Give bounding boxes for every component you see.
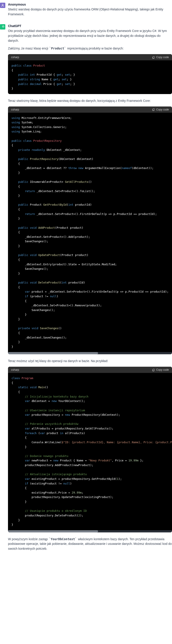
- code-content[interactable]: class Program { static void Main() { // …: [8, 373, 172, 530]
- gpt-icon: [1, 25, 5, 29]
- copy-code-button[interactable]: Copy code: [152, 56, 169, 59]
- user-message: Anonymous Stwórz warstwę dostępu do dany…: [0, 0, 172, 22]
- copy-code-button[interactable]: Copy code: [152, 108, 169, 111]
- code-header: csharp Copy code: [8, 106, 172, 113]
- code-header: csharp Copy code: [8, 54, 172, 60]
- inline-code: YourDbContext: [48, 537, 77, 541]
- assistant-para-1: Oto prosty przykład stworzenia warstwy d…: [8, 28, 172, 43]
- text: Załóżmy, że masz klasę encji: [8, 46, 49, 50]
- copy-label: Copy code: [156, 368, 169, 371]
- code-header: csharp Copy code: [8, 367, 172, 373]
- clipboard-icon: [152, 108, 155, 111]
- assistant-name: ChatGPT: [8, 24, 172, 28]
- assistant-para-3: Teraz stwórzmy klasę, która będzie warst…: [8, 98, 172, 104]
- assistant-avatar: [0, 24, 5, 30]
- code-block-1: csharp Copy code public class Product { …: [8, 54, 172, 94]
- code-block-2: csharp Copy code using Microsoft.EntityF…: [8, 106, 172, 354]
- assistant-para-4: Teraz możesz użyć tej klasy do operacji …: [8, 359, 172, 364]
- svg-point-0: [2, 4, 3, 5]
- text: reprezentującą produkty w bazie danych:: [66, 46, 124, 50]
- user-name: Anonymous: [8, 3, 172, 6]
- assistant-message: ChatGPT Oto prosty przykład stworzenia w…: [0, 22, 172, 556]
- svg-rect-3: [153, 369, 154, 371]
- inline-code: Product: [49, 46, 66, 50]
- code-block-3: csharp Copy code class Program { static …: [8, 367, 172, 532]
- horizontal-scrollbar[interactable]: [8, 352, 172, 354]
- user-text: Stwórz warstwę dostępu do danych przy uż…: [8, 7, 172, 17]
- scrollbar-thumb[interactable]: [8, 530, 98, 532]
- clipboard-icon: [152, 56, 155, 59]
- clipboard-icon: [152, 368, 155, 371]
- code-content[interactable]: using Microsoft.EntityFrameworkCore; usi…: [8, 113, 172, 352]
- svg-rect-1: [153, 56, 154, 58]
- code-language: csharp: [11, 56, 19, 59]
- assistant-para-5: W powyższym kodzie zastąp YourDbContext …: [8, 537, 172, 551]
- scrollbar-thumb[interactable]: [8, 352, 98, 354]
- user-avatar: [0, 3, 5, 8]
- code-language: csharp: [11, 368, 19, 371]
- copy-label: Copy code: [156, 108, 169, 111]
- code-language: csharp: [11, 108, 19, 111]
- horizontal-scrollbar[interactable]: [8, 530, 172, 532]
- copy-label: Copy code: [156, 56, 169, 59]
- user-icon: [1, 4, 4, 7]
- code-content[interactable]: public class Product { public int Produc…: [8, 60, 172, 94]
- text: W powyższym kodzie zastąp: [8, 537, 48, 541]
- assistant-para-2: Załóżmy, że masz klasę encji Product rep…: [8, 46, 172, 51]
- copy-code-button[interactable]: Copy code: [152, 368, 169, 371]
- svg-rect-2: [153, 108, 154, 110]
